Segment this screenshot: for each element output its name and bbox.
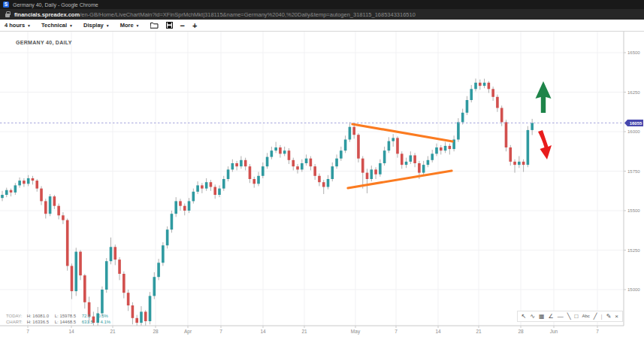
- candle-body: [444, 146, 447, 150]
- text-tool-icon[interactable]: Abc: [582, 313, 589, 320]
- zoom-out-button[interactable]: −: [180, 22, 185, 29]
- candle-body: [500, 108, 503, 123]
- x-axis-label: 21: [301, 329, 307, 334]
- candle-body: [183, 206, 186, 211]
- angle-tool-icon[interactable]: ∠: [549, 313, 554, 320]
- candle-body: [110, 247, 113, 261]
- candle-body: [201, 185, 204, 188]
- candle-body: [231, 163, 234, 169]
- candle-body: [457, 122, 460, 139]
- technical-menu[interactable]: Technical ▼: [41, 22, 73, 29]
- url-domain: financials.spreadex.com: [14, 11, 80, 18]
- candle-body: [461, 113, 464, 123]
- drawing-toolbar: ↖ ∿ ▦ ∠ — ╲ □ Abc ╱ | ✎ ×: [517, 311, 623, 322]
- candle-body: [32, 178, 35, 181]
- delete-tool-icon[interactable]: ×: [615, 313, 618, 320]
- trendline-tool-icon[interactable]: ╲: [567, 313, 571, 320]
- x-axis-label: Apr: [184, 329, 192, 335]
- candle-body: [374, 169, 377, 174]
- open-folder-icon[interactable]: [150, 22, 159, 29]
- display-menu[interactable]: Display ▼: [83, 22, 110, 29]
- candle-body: [174, 201, 177, 214]
- y-axis-label: 16250: [627, 90, 640, 95]
- pattern-trendline-lower[interactable]: [348, 171, 452, 188]
- display-label: Display: [83, 22, 104, 29]
- zoom-in-button[interactable]: +: [192, 22, 197, 29]
- more-menu[interactable]: More ▼: [120, 22, 140, 29]
- x-axis-label: 14: [435, 329, 441, 334]
- rect-tool-icon[interactable]: □: [575, 313, 579, 320]
- chart-area[interactable]: 1650016250160001575015500152501500071421…: [0, 32, 644, 337]
- candle-body: [474, 83, 477, 89]
- candle-body: [18, 181, 21, 185]
- candle-body: [179, 201, 182, 205]
- today-change-value: 72.5: [82, 314, 91, 318]
- candle-body: [271, 150, 274, 156]
- candle-body: [422, 165, 425, 173]
- candle-body: [249, 166, 252, 179]
- grid-tool-icon[interactable]: ▦: [539, 313, 545, 320]
- candle-body: [144, 311, 147, 321]
- today-low-label: L:: [55, 314, 59, 318]
- candle-body: [205, 182, 208, 188]
- candle-body: [153, 277, 156, 296]
- chart-low-label: L:: [55, 320, 59, 324]
- candle-body: [113, 247, 116, 260]
- candle-body: [71, 266, 74, 292]
- line-tool-icon[interactable]: ╱: [594, 313, 597, 320]
- chart-low-value: 14468.5: [59, 320, 76, 324]
- pointer-tool-icon[interactable]: ↖: [522, 313, 527, 320]
- candle-body: [140, 311, 143, 323]
- candle-body: [505, 122, 508, 147]
- save-icon[interactable]: [166, 22, 173, 29]
- hline-tool-icon[interactable]: —: [558, 313, 564, 320]
- candle-body: [527, 130, 530, 165]
- candle-body: [431, 153, 434, 159]
- polyline-tool-icon[interactable]: ∿: [530, 313, 535, 320]
- candle-body: [518, 162, 521, 165]
- x-axis-label: 14: [68, 329, 74, 334]
- candle-body: [427, 160, 430, 165]
- candle-body: [57, 206, 60, 216]
- candle-body: [366, 173, 369, 179]
- pattern-trendline-upper[interactable]: [352, 124, 452, 141]
- candle-body: [470, 89, 473, 100]
- y-axis-label: 15500: [627, 208, 640, 213]
- candle-body: [171, 214, 174, 229]
- address-bar[interactable]: financials.spreadex.com /en-GB/Home/Live…: [0, 9, 644, 20]
- bearish-arrow[interactable]: [538, 130, 552, 159]
- candle-body: [262, 166, 265, 176]
- chart-toolbar: 4 hours ▼ Technical ▼ Display ▼ More ▼ −…: [0, 20, 644, 32]
- candle-body: [74, 252, 77, 292]
- x-axis-label: 7: [395, 329, 398, 334]
- x-axis-label: 14: [260, 329, 266, 334]
- candle-body: [301, 163, 304, 169]
- candle-body: [279, 147, 282, 153]
- candle-body: [66, 220, 69, 266]
- candle-body: [35, 181, 38, 189]
- chart-high-label: H:: [27, 320, 32, 324]
- candle-body: [210, 182, 213, 187]
- timeframe-menu[interactable]: 4 hours ▼: [5, 22, 31, 29]
- price-chart[interactable]: 1650016250160001575015500152501500071421…: [0, 32, 644, 337]
- candle-body: [313, 166, 316, 176]
- more-label: More: [120, 22, 134, 29]
- candle-body: [288, 150, 291, 160]
- candle-body: [196, 185, 199, 191]
- timeframe-label: 4 hours: [5, 22, 25, 29]
- today-high-value: 16081.0: [32, 314, 49, 318]
- candle-body: [127, 293, 130, 305]
- window-title: Germany 40, Daily - Google Chrome: [13, 2, 98, 8]
- x-axis-label: 7: [26, 329, 29, 334]
- candle-body: [1, 195, 4, 198]
- candle-body: [149, 296, 152, 321]
- bullish-arrow[interactable]: [536, 81, 552, 113]
- candle-body: [531, 123, 534, 129]
- url-path: /en-GB/Home/LiveChartMain?id=XFinSprMchM…: [80, 11, 416, 18]
- candle-body: [383, 150, 386, 163]
- candle-body: [410, 156, 413, 162]
- candle-body: [352, 127, 355, 135]
- candle-body: [305, 159, 308, 163]
- pencil-tool-icon[interactable]: ✎: [606, 313, 612, 320]
- chart-change-pct: 4.1%: [100, 320, 110, 324]
